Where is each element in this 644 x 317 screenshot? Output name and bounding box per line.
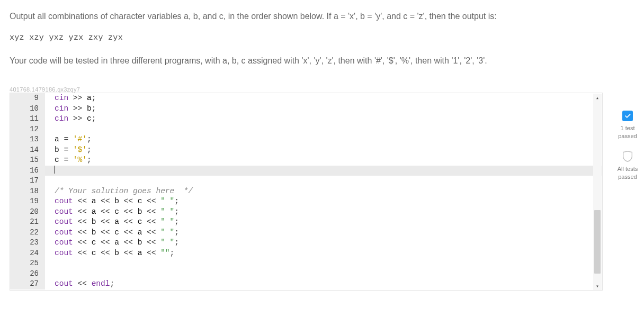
problem-text-1: Output all combinations of character var… [10, 10, 619, 23]
code-editor[interactable]: 9cin >> a;10cin >> b;11cin >> c;1213a = … [10, 93, 603, 291]
code-line[interactable]: 23cout << c << a << b << " "; [10, 238, 602, 248]
code-content[interactable]: cout << c << a << b << " "; [45, 238, 602, 248]
code-content[interactable]: c = '%'; [45, 155, 602, 166]
code-content[interactable]: cin >> a; [45, 93, 602, 104]
line-number: 15 [10, 155, 45, 166]
line-number: 23 [10, 238, 45, 248]
line-number: 21 [10, 217, 45, 228]
code-line[interactable]: 25 [10, 258, 602, 269]
scroll-thumb[interactable] [594, 210, 601, 274]
code-content[interactable] [45, 166, 602, 176]
code-content[interactable] [45, 176, 602, 186]
line-number: 25 [10, 258, 45, 269]
code-line[interactable]: 22cout << b << c << a << " "; [10, 228, 602, 238]
code-line[interactable]: 16 [10, 166, 602, 176]
one-test-label-2: passed [616, 132, 639, 140]
scroll-track[interactable] [593, 102, 602, 282]
line-number: 20 [10, 207, 45, 218]
line-number: 14 [10, 145, 45, 156]
all-tests-shield-icon [622, 150, 633, 162]
line-number: 26 [10, 269, 45, 279]
scroll-up-arrow[interactable]: ▴ [593, 94, 602, 102]
text-caret [55, 166, 55, 174]
code-line[interactable]: 26 [10, 269, 602, 279]
code-line[interactable]: 15c = '%'; [10, 155, 602, 166]
code-content[interactable] [45, 269, 602, 279]
question-id: 401768.1479186.qx3zqy7 [10, 86, 644, 93]
code-line[interactable]: 24cout << c << b << a << ""; [10, 248, 602, 259]
code-line[interactable]: 11cin >> c; [10, 114, 602, 124]
code-line[interactable]: 27cout << endl; [10, 279, 602, 289]
line-number: 19 [10, 196, 45, 207]
one-test-passed-icon [622, 111, 633, 121]
line-number: 12 [10, 124, 45, 135]
code-content[interactable]: cout << a << b << c << " "; [45, 196, 602, 207]
problem-text-2: Your code will be tested in three differ… [10, 54, 619, 68]
example-output: xyz xzy yxz yzx zxy zyx [10, 32, 619, 44]
line-number: 17 [10, 176, 45, 186]
code-line[interactable]: 21cout << b << a << c << " "; [10, 217, 602, 228]
code-content[interactable]: cin >> c; [45, 114, 602, 124]
code-content[interactable]: cout << b << a << c << " "; [45, 217, 602, 228]
line-number: 11 [10, 114, 45, 124]
code-line[interactable]: 12 [10, 124, 602, 135]
line-number: 27 [10, 279, 45, 289]
code-line[interactable]: 17 [10, 176, 602, 186]
code-content[interactable]: cout << endl; [45, 279, 602, 289]
code-content[interactable] [45, 258, 602, 269]
line-number: 16 [10, 166, 45, 176]
all-tests-label-1: All tests [616, 165, 639, 173]
code-content[interactable]: cout << b << c << a << " "; [45, 228, 602, 238]
code-content[interactable]: cout << a << c << b << " "; [45, 207, 602, 218]
code-content[interactable]: /* Your solution goes here */ [45, 186, 602, 197]
line-number: 18 [10, 186, 45, 197]
code-content[interactable]: a = '#'; [45, 134, 602, 145]
problem-statement: Output all combinations of character var… [10, 10, 619, 67]
code-line[interactable]: 10cin >> b; [10, 104, 602, 114]
line-number: 22 [10, 228, 45, 238]
line-number: 10 [10, 104, 45, 114]
code-line[interactable]: 14b = '$'; [10, 145, 602, 156]
code-line[interactable]: 20cout << a << c << b << " "; [10, 207, 602, 218]
scroll-down-arrow[interactable]: ▾ [593, 282, 602, 291]
test-status-column: 1 test passed All tests passed [616, 111, 639, 182]
line-number: 24 [10, 248, 45, 259]
line-number: 13 [10, 134, 45, 145]
editor-scrollbar[interactable]: ▴ ▾ [593, 94, 602, 291]
code-line[interactable]: 18/* Your solution goes here */ [10, 186, 602, 197]
code-content[interactable]: cout << c << b << a << ""; [45, 248, 602, 259]
code-content[interactable] [45, 124, 602, 135]
all-tests-label-2: passed [616, 173, 639, 181]
code-line[interactable]: 13a = '#'; [10, 134, 602, 145]
code-line[interactable]: 19cout << a << b << c << " "; [10, 196, 602, 207]
code-content[interactable]: cin >> b; [45, 104, 602, 114]
line-number: 9 [10, 93, 45, 104]
code-content[interactable]: b = '$'; [45, 145, 602, 156]
code-line[interactable]: 9cin >> a; [10, 93, 602, 104]
one-test-label-1: 1 test [616, 124, 639, 132]
